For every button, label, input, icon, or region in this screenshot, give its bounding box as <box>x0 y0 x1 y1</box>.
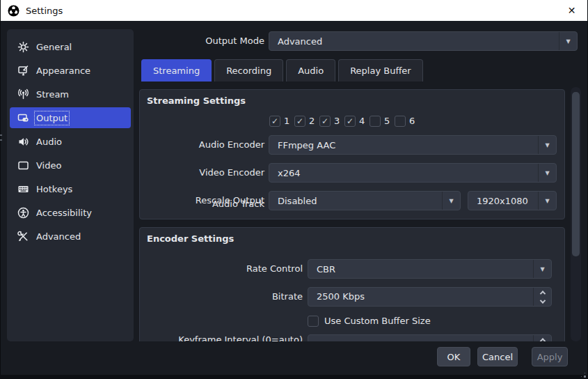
chevron-down-icon: ▼ <box>449 198 453 204</box>
audio-track-3-checkbox[interactable]: ✓ <box>319 116 331 127</box>
audio-icon <box>17 136 29 148</box>
output-mode-value: Advanced <box>269 36 559 47</box>
sidebar-item-advanced[interactable]: Advanced <box>10 226 131 247</box>
chevron-up-icon <box>539 291 545 296</box>
titlebar: Settings ✕ <box>1 0 587 21</box>
video-encoder-select[interactable]: x264 ▼ <box>269 163 557 183</box>
sidebar-item-label: Hotkeys <box>36 184 72 194</box>
obs-logo-icon <box>8 5 19 17</box>
sidebar-item-output[interactable]: Output <box>10 107 131 128</box>
audio-track-6-checkbox[interactable] <box>395 116 406 127</box>
encoder-settings-title: Encoder Settings <box>147 233 234 244</box>
rescale-resolution-value: 1920x1080 <box>468 196 538 206</box>
keyframe-interval-spinbox[interactable] <box>308 334 552 341</box>
video-icon <box>17 160 29 171</box>
window-bottom-edge <box>0 375 588 379</box>
sidebar-item-label: Output <box>36 113 67 123</box>
audio-track-4-number: 4 <box>359 116 369 127</box>
dropdown-arrow-zone: ▼ <box>538 164 556 182</box>
audio-track-5-checkbox[interactable] <box>370 116 381 127</box>
rescale-resolution-select[interactable]: 1920x1080 ▼ <box>468 191 557 210</box>
spin-up-button[interactable] <box>534 288 551 297</box>
output-icon <box>17 112 29 124</box>
rate-control-label: Rate Control <box>139 259 303 279</box>
ok-button-label: OK <box>447 352 461 362</box>
chevron-down-icon: ▼ <box>545 170 549 176</box>
stream-icon <box>17 88 29 100</box>
sidebar-item-video[interactable]: Video <box>10 155 131 176</box>
apply-button[interactable]: Apply <box>532 347 568 366</box>
sidebar-item-general[interactable]: General <box>10 36 131 57</box>
sidebar-item-accessibility[interactable]: Accessibility <box>10 202 131 223</box>
cancel-button-label: Cancel <box>482 352 513 362</box>
sidebar-item-label: General <box>36 42 72 52</box>
chevron-down-icon: ▼ <box>545 198 549 204</box>
rate-control-select[interactable]: CBR ▼ <box>308 259 552 279</box>
output-tabs: Streaming Recording Audio Replay Buffer <box>141 59 423 82</box>
tab-label: Streaming <box>153 65 200 76</box>
check-icon: ✓ <box>296 117 303 125</box>
close-button[interactable]: ✕ <box>556 0 587 21</box>
cancel-button[interactable]: Cancel <box>477 347 518 366</box>
audio-track-1-number: 1 <box>284 116 294 127</box>
dropdown-arrow-zone: ▼ <box>538 192 556 210</box>
audio-encoder-select[interactable]: FFmpeg AAC ▼ <box>269 135 557 155</box>
apply-button-label: Apply <box>537 352 563 362</box>
bitrate-spinbox[interactable]: 2500 Kbps <box>308 287 552 307</box>
audio-track-1-checkbox[interactable]: ✓ <box>269 116 280 127</box>
settings-scroll-area: Streaming Settings Audio Track ✓ 1 ✓ 2 ✓… <box>139 87 565 341</box>
gear-icon <box>17 41 29 53</box>
dropdown-arrow-zone: ▼ <box>538 136 556 154</box>
dropdown-arrow-zone: ▼ <box>442 192 460 210</box>
rescale-output-value: Disabled <box>269 196 442 206</box>
check-icon: ✓ <box>271 117 278 125</box>
tab-streaming[interactable]: Streaming <box>141 59 212 82</box>
tab-audio[interactable]: Audio <box>286 59 335 82</box>
scrollbar-thumb[interactable] <box>572 92 580 256</box>
sidebar-item-audio[interactable]: Audio <box>10 131 131 152</box>
sidebar-item-label: Video <box>36 160 61 171</box>
streaming-settings-title: Streaming Settings <box>147 95 246 106</box>
bitrate-label: Bitrate <box>139 287 303 307</box>
spinner-buttons <box>533 335 551 341</box>
sidebar-item-label: Audio <box>36 137 62 147</box>
video-encoder-label: Video Encoder <box>139 163 264 183</box>
vertical-scrollbar[interactable] <box>571 87 581 341</box>
settings-window: Settings ✕ General Appearance Stream Out… <box>0 0 588 379</box>
audio-track-5-number: 5 <box>384 116 394 127</box>
hotkeys-icon <box>17 183 29 195</box>
audio-encoder-label: Audio Encoder <box>139 135 264 155</box>
rate-control-value: CBR <box>308 264 533 274</box>
rescale-output-select[interactable]: Disabled ▼ <box>269 191 461 210</box>
chevron-down-icon: ▼ <box>545 142 549 148</box>
sidebar-item-label: Accessibility <box>36 208 92 218</box>
close-icon: ✕ <box>568 5 576 16</box>
sidebar-item-hotkeys[interactable]: Hotkeys <box>10 178 131 199</box>
use-custom-buffer-label: Use Custom Buffer Size <box>324 316 431 327</box>
spin-down-button[interactable] <box>534 297 551 306</box>
audio-track-6-number: 6 <box>409 116 419 127</box>
audio-track-4-checkbox[interactable]: ✓ <box>344 116 356 127</box>
output-mode-select[interactable]: Advanced ▼ <box>269 31 578 51</box>
tab-replay-buffer[interactable]: Replay Buffer <box>338 59 423 82</box>
tab-recording[interactable]: Recording <box>214 59 283 82</box>
dropdown-arrow-zone: ▼ <box>559 32 577 50</box>
sidebar-item-appearance[interactable]: Appearance <box>10 60 131 81</box>
window-title: Settings <box>26 6 63 16</box>
tab-label: Recording <box>226 65 271 76</box>
resize-grip[interactable] <box>585 376 585 377</box>
appearance-icon <box>17 65 29 77</box>
sidebar-item-label: Stream <box>36 89 69 100</box>
spin-up-button[interactable] <box>534 335 551 341</box>
advanced-icon <box>17 231 29 242</box>
check-icon: ✓ <box>321 117 328 125</box>
check-icon: ✓ <box>347 117 353 125</box>
chevron-down-icon: ▼ <box>540 266 544 272</box>
ok-button[interactable]: OK <box>437 347 470 366</box>
audio-track-2-checkbox[interactable]: ✓ <box>294 116 305 127</box>
use-custom-buffer-checkbox[interactable] <box>308 316 319 327</box>
accessibility-icon <box>17 207 29 219</box>
rescale-output-label: Rescale Output <box>139 191 264 210</box>
output-mode-label: Output Mode <box>195 31 264 51</box>
sidebar-item-stream[interactable]: Stream <box>10 84 131 105</box>
